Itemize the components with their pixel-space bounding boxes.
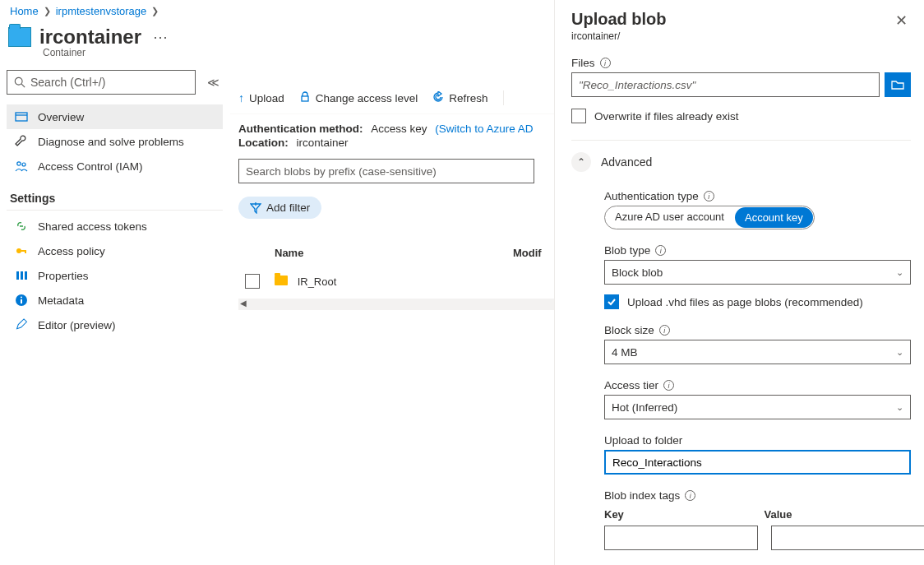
block-size-label: Block size bbox=[604, 324, 654, 336]
svg-rect-10 bbox=[21, 271, 23, 280]
svg-point-6 bbox=[16, 248, 21, 253]
link-icon bbox=[15, 220, 28, 233]
search-input-wrap[interactable] bbox=[7, 70, 196, 95]
switch-auth-link[interactable]: (Switch to Azure AD bbox=[435, 123, 533, 135]
location-value: ircontainer bbox=[297, 137, 349, 149]
info-icon[interactable]: i bbox=[663, 380, 674, 391]
folder-open-icon bbox=[891, 79, 904, 90]
overwrite-label: Overwrite if files already exist bbox=[594, 110, 739, 123]
vhd-label: Upload .vhd files as page blobs (recomme… bbox=[627, 296, 863, 308]
auth-type-toggle[interactable]: Azure AD user account Account key bbox=[604, 206, 815, 229]
lock-icon bbox=[299, 91, 311, 105]
breadcrumb-home[interactable]: Home bbox=[10, 5, 39, 17]
panel-subtitle: ircontainer/ bbox=[571, 30, 667, 42]
overview-icon bbox=[15, 110, 28, 123]
browse-button[interactable] bbox=[885, 72, 911, 97]
page-subtitle: Container bbox=[7, 47, 223, 58]
panel-title: Upload blob bbox=[571, 10, 667, 29]
upload-icon: ↑ bbox=[238, 91, 244, 104]
svg-rect-2 bbox=[16, 113, 27, 121]
info-icon[interactable]: i bbox=[704, 191, 714, 201]
chevron-down-icon: ⌄ bbox=[896, 402, 903, 413]
chevron-up-icon: ⌃ bbox=[571, 152, 591, 172]
refresh-icon bbox=[432, 91, 444, 105]
blob-type-select[interactable]: Block blob ⌄ bbox=[604, 260, 911, 285]
auth-pill-aad[interactable]: Azure AD user account bbox=[605, 206, 734, 229]
nav-editor[interactable]: Editor (preview) bbox=[7, 313, 223, 337]
auth-method-label: Authentication method: bbox=[238, 123, 363, 135]
table-row[interactable]: IR_Root bbox=[238, 267, 554, 295]
nav-diagnose[interactable]: Diagnose and solve problems bbox=[7, 129, 223, 154]
auth-type-label: Authentication type bbox=[604, 190, 699, 202]
svg-point-0 bbox=[15, 77, 22, 85]
svg-line-1 bbox=[21, 84, 25, 87]
col-name-header[interactable]: Name bbox=[271, 247, 513, 259]
nav-metadata[interactable]: Metadata bbox=[7, 288, 223, 313]
nav-properties[interactable]: Properties bbox=[7, 263, 223, 288]
tag-value-header: Value bbox=[765, 508, 912, 521]
blob-search-input[interactable] bbox=[238, 159, 534, 183]
nav-overview[interactable]: Overview bbox=[7, 104, 223, 129]
search-input[interactable] bbox=[30, 76, 188, 89]
chevron-down-icon: ⌄ bbox=[896, 267, 903, 278]
blob-type-label: Blob type bbox=[604, 244, 650, 257]
overwrite-checkbox[interactable] bbox=[571, 109, 586, 123]
svg-rect-13 bbox=[21, 299, 22, 303]
filter-icon bbox=[250, 202, 261, 214]
upload-folder-label: Upload to folder bbox=[604, 434, 682, 447]
location-label: Location: bbox=[238, 137, 289, 149]
svg-rect-8 bbox=[25, 250, 26, 253]
svg-point-5 bbox=[22, 163, 25, 166]
page-title: ircontainer bbox=[39, 25, 141, 49]
info-icon[interactable]: i bbox=[600, 58, 611, 68]
access-tier-label: Access tier bbox=[604, 379, 658, 391]
properties-icon bbox=[15, 269, 28, 282]
blob-index-tags-label: Blob index tags bbox=[604, 489, 680, 502]
more-icon[interactable]: ⋯ bbox=[150, 28, 171, 46]
tag-key-input[interactable] bbox=[604, 526, 758, 550]
auth-method-value: Access key bbox=[371, 123, 427, 135]
svg-rect-11 bbox=[25, 271, 27, 280]
tag-key-header: Key bbox=[604, 508, 751, 521]
wrench-icon bbox=[15, 135, 28, 148]
change-access-button[interactable]: Change access level bbox=[299, 91, 418, 105]
info-icon bbox=[15, 294, 28, 307]
vhd-checkbox[interactable] bbox=[604, 294, 619, 309]
svg-rect-9 bbox=[16, 271, 19, 280]
close-icon[interactable]: ✕ bbox=[892, 10, 911, 31]
table-header: Name Modif bbox=[238, 242, 554, 267]
svg-rect-15 bbox=[302, 96, 308, 101]
horizontal-scrollbar[interactable] bbox=[238, 299, 554, 310]
pencil-icon bbox=[15, 318, 28, 331]
nav-iam[interactable]: Access Control (IAM) bbox=[7, 154, 223, 178]
svg-point-4 bbox=[17, 162, 21, 165]
tag-value-input[interactable] bbox=[771, 526, 924, 550]
block-size-select[interactable]: 4 MB ⌄ bbox=[604, 340, 911, 364]
upload-folder-input[interactable] bbox=[604, 450, 911, 475]
toolbar: ↑ Upload Change access level Refresh bbox=[230, 82, 554, 114]
row-checkbox[interactable] bbox=[245, 274, 260, 289]
nav-access-policy[interactable]: Access policy bbox=[7, 239, 223, 263]
chevron-down-icon: ⌄ bbox=[896, 347, 903, 358]
file-input[interactable]: "Reco_Interactions.csv" bbox=[571, 72, 880, 97]
nav-shared-access-tokens[interactable]: Shared access tokens bbox=[7, 214, 223, 239]
collapse-sidebar-icon[interactable]: ≪ bbox=[204, 72, 223, 92]
add-filter-button[interactable]: Add filter bbox=[238, 197, 321, 219]
advanced-toggle[interactable]: ⌃ Advanced bbox=[571, 141, 911, 175]
files-label: Files bbox=[571, 57, 595, 69]
access-tier-select[interactable]: Hot (Inferred) ⌄ bbox=[604, 395, 911, 419]
info-icon[interactable]: i bbox=[655, 245, 666, 256]
breadcrumb: Home ❯ irpmtestenvstorage ❯ bbox=[7, 3, 223, 21]
info-icon[interactable]: i bbox=[685, 490, 695, 501]
chevron-right-icon: ❯ bbox=[44, 6, 51, 16]
auth-pill-accountkey[interactable]: Account key bbox=[735, 207, 813, 228]
people-icon bbox=[15, 160, 28, 173]
refresh-button[interactable]: Refresh bbox=[432, 91, 487, 105]
container-icon bbox=[8, 27, 31, 47]
breadcrumb-storage[interactable]: irpmtestenvstorage bbox=[56, 5, 147, 17]
info-icon[interactable]: i bbox=[659, 325, 670, 336]
upload-button[interactable]: ↑ Upload bbox=[238, 91, 284, 104]
col-modified-header[interactable]: Modif bbox=[513, 247, 554, 259]
check-icon bbox=[607, 297, 617, 307]
row-name: IR_Root bbox=[298, 276, 337, 288]
